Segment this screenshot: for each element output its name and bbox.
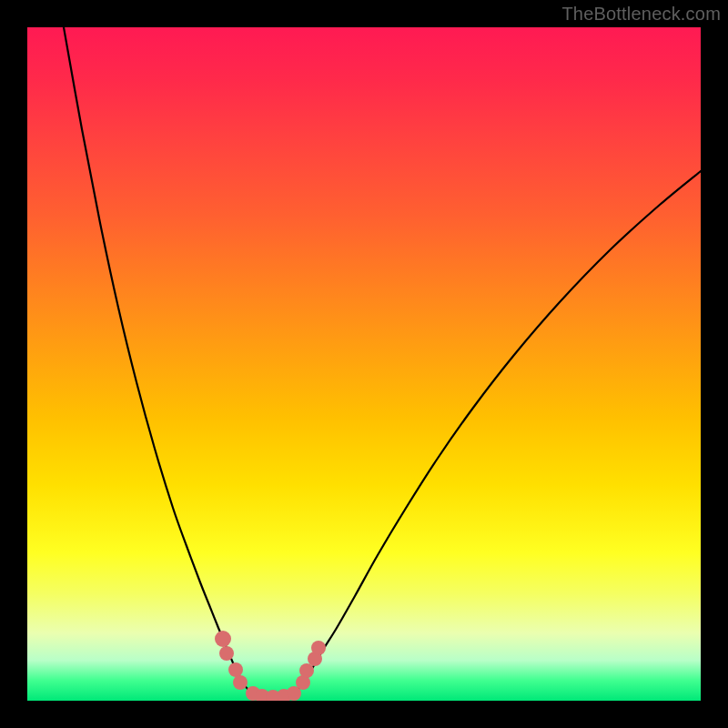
curve-left-branch xyxy=(64,27,253,694)
data-dots xyxy=(215,631,326,701)
curve-svg xyxy=(27,27,701,701)
data-dot xyxy=(299,663,314,678)
data-dot xyxy=(215,631,231,647)
data-dot xyxy=(233,675,248,690)
curve-right-branch xyxy=(293,171,701,694)
plot-area xyxy=(27,27,701,701)
chart-frame: TheBottleneck.com xyxy=(0,0,728,728)
data-dot xyxy=(311,641,326,655)
attribution-text: TheBottleneck.com xyxy=(561,4,721,25)
data-dot xyxy=(228,662,243,677)
data-dot xyxy=(219,646,234,661)
